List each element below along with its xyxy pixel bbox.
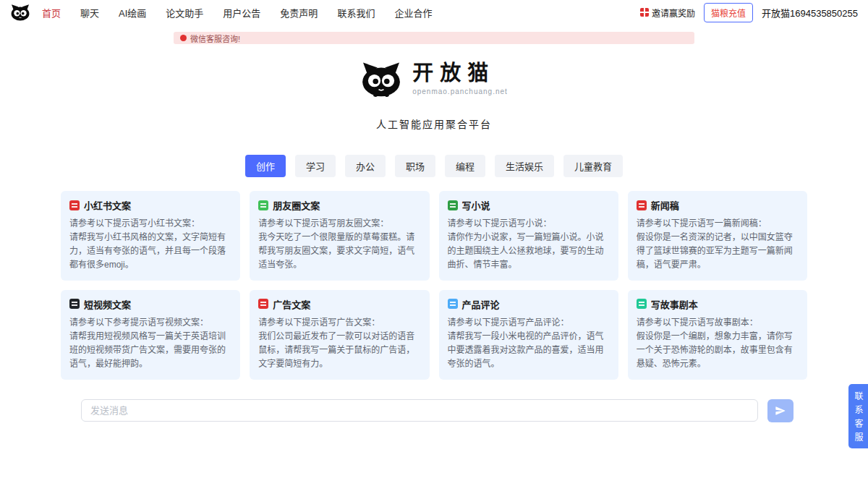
tab-life-entertainment[interactable]: 生活娱乐 (495, 155, 554, 177)
site-title: 开放猫 (412, 62, 508, 85)
tab-office[interactable]: 办公 (345, 155, 386, 177)
card-xiaohongshu-copy[interactable]: 小红书文案 请参考以下提示语写小红书文案： 请帮我写小红书风格的文案，文字简短有… (61, 191, 240, 281)
nav-menu: 首页 聊天 AI绘画 论文助手 用户公告 免责声明 联系我们 企业合作 (42, 6, 432, 20)
card-press-release[interactable]: 新闻稿 请参考以下提示语写一篇新闻稿： 假设你是一名资深的记者，以中国女篮夺得了… (628, 191, 807, 281)
card-title: 短视频文案 (84, 297, 131, 311)
card-title-row: 小红书文案 (69, 198, 231, 212)
ad-badge-icon (258, 299, 268, 309)
invite-reward-link[interactable]: 邀请赢奖励 (640, 7, 695, 19)
send-button[interactable] (767, 399, 793, 422)
card-title: 产品评论 (462, 297, 500, 311)
navbar-right: 邀请赢奖励 猫粮充值 开放猫1694535850255 (640, 3, 858, 22)
card-description: 请参考以下提示语写故事剧本： 假设你是一个编剧，想象力丰富，请你写一个关于恐怖游… (637, 316, 799, 371)
card-title-row: 写故事剧本 (637, 297, 799, 311)
card-title-row: 短视频文案 (69, 297, 231, 311)
card-description: 请参考以下提示语写一篇新闻稿： 假设你是一名资深的记者，以中国女篮夺得了篮球世锦… (637, 217, 799, 272)
newspaper-icon (637, 200, 647, 210)
card-title-row: 写小说 (448, 198, 610, 212)
card-write-novel[interactable]: 写小说 请参考以下提示语写小说： 请你作为小说家，写一篇短篇小说。小说的主题围绕… (439, 191, 618, 281)
red-book-icon (69, 200, 80, 210)
tab-study[interactable]: 学习 (295, 155, 336, 177)
cat-logo-icon[interactable] (10, 4, 30, 21)
card-description: 请参考以下提示语写产品评论： 请帮我写一段小米电视的产品评价，语气中要透露着我对… (448, 316, 610, 371)
card-title-row: 产品评论 (448, 297, 610, 311)
card-title: 广告文案 (273, 297, 310, 311)
card-title: 写故事剧本 (651, 297, 698, 311)
teal-book-icon (637, 299, 647, 309)
megaphone-icon (180, 35, 187, 41)
site-domain: openmao.panchuang.net (412, 88, 508, 95)
card-ad-copy[interactable]: 广告文案 请参考以下提示语写广告文案： 我们公司最近发布了一款可以对话的语音鼠标… (250, 290, 429, 380)
card-title: 新闻稿 (651, 198, 679, 212)
nav-item-disclaimer[interactable]: 免责声明 (280, 6, 318, 20)
top-navbar: 首页 聊天 AI绘画 论文助手 用户公告 免责声明 联系我们 企业合作 邀请赢奖… (0, 0, 868, 25)
nav-item-announcements[interactable]: 用户公告 (223, 6, 260, 20)
site-tagline: 人工智能应用聚合平台 (0, 116, 868, 131)
contact-support-button[interactable]: 联系客服 (848, 384, 868, 448)
notice-bar: 微信客服咨询! (174, 32, 694, 44)
card-story-script[interactable]: 写故事剧本 请参考以下提示语写故事剧本： 假设你是一个编剧，想象力丰富，请你写一… (628, 290, 807, 380)
category-tabs: 创作 学习 办公 职场 编程 生活娱乐 儿童教育 (0, 155, 868, 177)
card-moments-copy[interactable]: 朋友圈文案 请参考以下提示语写朋友圈文案： 我今天吃了一个很限量版的草莓蛋糕。请… (250, 191, 429, 281)
card-description: 请参考以下参考提示语写视频文案： 请帮我用短视频风格写一篇关于英语培训班的短视频… (69, 316, 231, 371)
hero-section: 开放猫 openmao.panchuang.net (0, 61, 868, 97)
video-camera-icon (69, 299, 80, 309)
card-title: 写小说 (462, 198, 490, 212)
message-composer (81, 399, 793, 422)
username: 开放猫1694535850255 (762, 6, 858, 20)
card-title: 朋友圈文案 (273, 198, 320, 212)
blue-diamond-icon (448, 299, 458, 309)
nav-item-cooperation[interactable]: 企业合作 (394, 6, 432, 20)
gift-icon (640, 8, 649, 17)
card-product-review[interactable]: 产品评论 请参考以下提示语写产品评论： 请帮我写一段小米电视的产品评价，语气中要… (439, 290, 618, 380)
card-description: 请参考以下提示语写小红书文案： 请帮我写小红书风格的文案，文字简短有力，适当有夸… (69, 217, 231, 272)
nav-item-contact-us[interactable]: 联系我们 (337, 6, 375, 20)
card-title: 小红书文案 (84, 198, 131, 212)
invite-reward-label: 邀请赢奖励 (652, 7, 695, 19)
card-description: 请参考以下提示语写小说： 请你作为小说家，写一篇短篇小说。小说的主题围绕主人公拯… (448, 217, 610, 272)
prompt-card-grid: 小红书文案 请参考以下提示语写小红书文案： 请帮我写小红书风格的文案，文字简短有… (61, 191, 807, 380)
moments-clover-icon (258, 200, 268, 210)
nav-item-ai-draw[interactable]: AI绘画 (119, 6, 146, 20)
card-title-row: 新闻稿 (637, 198, 799, 212)
tab-creation[interactable]: 创作 (245, 155, 286, 177)
tab-coding[interactable]: 编程 (445, 155, 485, 177)
card-description: 请参考以下提示语写朋友圈文案： 我今天吃了一个很限量版的草莓蛋糕。请帮我写朋友圈… (258, 217, 420, 272)
nav-item-home[interactable]: 首页 (42, 6, 61, 20)
card-short-video-copy[interactable]: 短视频文案 请参考以下参考提示语写视频文案： 请帮我用短视频风格写一篇关于英语培… (61, 290, 240, 380)
tab-kids-education[interactable]: 儿童教育 (563, 155, 623, 177)
paper-plane-icon (775, 405, 786, 417)
cat-food-recharge-button[interactable]: 猫粮充值 (704, 3, 753, 22)
openmao-logo-icon (360, 61, 402, 97)
nav-item-chat[interactable]: 聊天 (80, 6, 99, 20)
card-description: 请参考以下提示语写广告文案： 我们公司最近发布了一款可以对话的语音鼠标，请帮我写… (258, 316, 420, 371)
notice-text: 微信客服咨询! (190, 33, 240, 44)
card-title-row: 朋友圈文案 (258, 198, 420, 212)
card-title-row: 广告文案 (258, 297, 420, 311)
tab-career[interactable]: 职场 (395, 155, 435, 177)
nav-item-paper-assistant[interactable]: 论文助手 (166, 6, 203, 20)
message-input[interactable] (81, 399, 758, 422)
green-book-icon (448, 200, 458, 210)
